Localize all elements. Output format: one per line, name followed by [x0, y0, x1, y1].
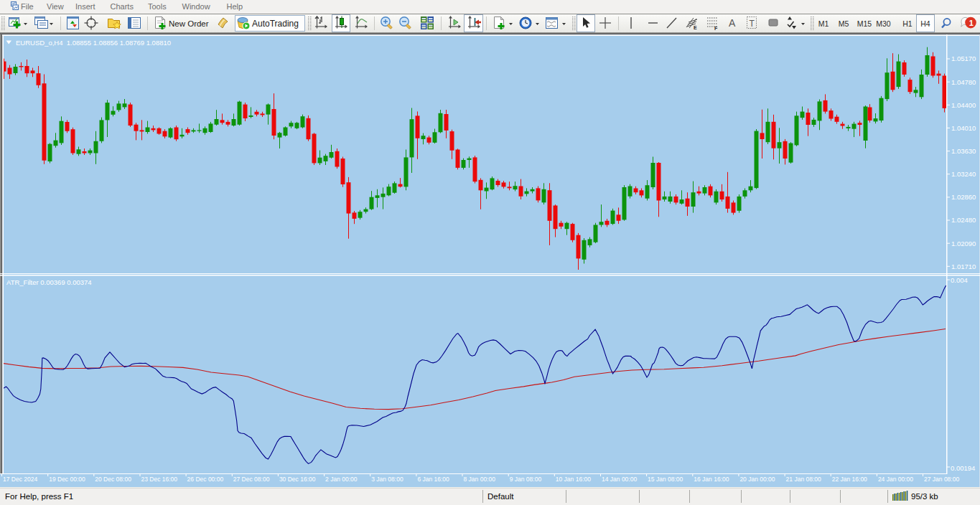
- svg-text:1.04010: 1.04010: [951, 124, 976, 132]
- svg-text:H4: H4: [920, 19, 930, 28]
- svg-text:10 Jan 16:00: 10 Jan 16:00: [556, 476, 591, 483]
- svg-text:21 Jan 08:00: 21 Jan 08:00: [786, 476, 821, 483]
- svg-text:M5: M5: [839, 19, 849, 28]
- svg-text:F: F: [714, 26, 718, 31]
- svg-text:ATR_Filter 0.00369 0.00374: ATR_Filter 0.00369 0.00374: [6, 278, 92, 286]
- svg-text:16 Jan 16:00: 16 Jan 16:00: [694, 476, 729, 483]
- svg-text:8 Jan 00:00: 8 Jan 00:00: [464, 476, 496, 483]
- svg-text:15 Jan 08:00: 15 Jan 08:00: [648, 476, 683, 483]
- svg-text:17 Dec 2024: 17 Dec 2024: [3, 476, 37, 483]
- svg-text:23 Dec 16:00: 23 Dec 16:00: [141, 476, 178, 483]
- svg-text:3 Jan 08:00: 3 Jan 08:00: [371, 476, 403, 483]
- svg-text:95/3 kb: 95/3 kb: [911, 492, 938, 501]
- svg-text:EURUSD_o,H4 1.08855 1.08856 1: EURUSD_o,H4 1.08855 1.08856 1.08769 1.08…: [16, 39, 171, 47]
- svg-text:24 Jan 00:00: 24 Jan 00:00: [878, 476, 913, 483]
- svg-text:27 Dec 08:00: 27 Dec 08:00: [233, 476, 270, 483]
- svg-text:M30: M30: [876, 19, 891, 28]
- svg-text:1.05170: 1.05170: [951, 55, 976, 62]
- svg-text:27 Jan 08:00: 27 Jan 08:00: [924, 476, 959, 483]
- svg-text:9 Jan 08:00: 9 Jan 08:00: [510, 476, 542, 483]
- svg-text:30 Dec 16:00: 30 Dec 16:00: [279, 476, 316, 483]
- svg-text:26 Dec 00:00: 26 Dec 00:00: [187, 476, 224, 483]
- svg-text:20 Dec 08:00: 20 Dec 08:00: [95, 476, 131, 483]
- svg-text:1: 1: [969, 19, 974, 27]
- svg-text:14 Jan 00:00: 14 Jan 00:00: [602, 476, 637, 483]
- svg-text:1.02860: 1.02860: [951, 193, 976, 201]
- svg-text:0.004: 0.004: [951, 276, 968, 284]
- svg-text:20 Jan 00:00: 20 Jan 00:00: [739, 476, 775, 483]
- svg-text:H1: H1: [902, 19, 913, 28]
- svg-text:1.01710: 1.01710: [951, 263, 976, 270]
- svg-text:Default: Default: [487, 492, 514, 501]
- svg-text:22 Jan 16:00: 22 Jan 16:00: [832, 476, 867, 483]
- svg-text:19 Dec 00:00: 19 Dec 00:00: [49, 476, 85, 483]
- svg-text:2 Jan 00:00: 2 Jan 00:00: [325, 476, 358, 483]
- svg-text:1.04780: 1.04780: [951, 78, 976, 86]
- svg-text:A: A: [729, 17, 736, 29]
- svg-text:1.02480: 1.02480: [951, 216, 976, 224]
- svg-text:New Order: New Order: [169, 19, 209, 28]
- svg-text:M15: M15: [857, 19, 872, 28]
- svg-text:1.03240: 1.03240: [951, 170, 976, 178]
- svg-text:0.00194: 0.00194: [951, 464, 975, 472]
- svg-text:AutoTrading: AutoTrading: [252, 19, 299, 29]
- svg-text:M1: M1: [818, 19, 829, 28]
- svg-text:1.02090: 1.02090: [951, 240, 976, 247]
- svg-text:E: E: [694, 25, 697, 30]
- svg-text:1.03630: 1.03630: [951, 147, 976, 155]
- svg-text:6 Jan 16:00: 6 Jan 16:00: [417, 476, 449, 483]
- svg-text:T: T: [750, 19, 755, 29]
- svg-text:1.04400: 1.04400: [951, 101, 976, 109]
- svg-text:For Help, press F1: For Help, press F1: [5, 492, 73, 501]
